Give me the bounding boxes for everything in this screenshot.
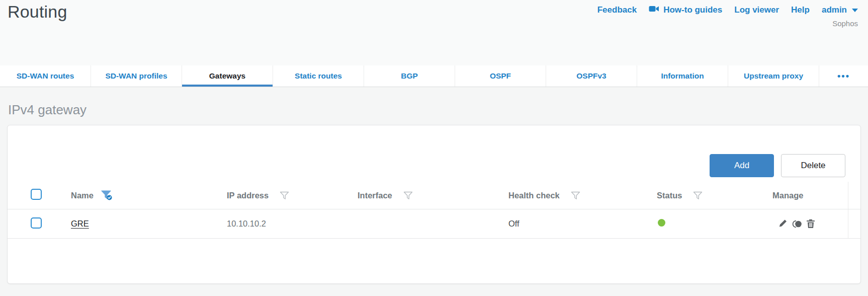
routing-tabbar: SD-WAN routes SD-WAN profiles Gateways S… — [0, 65, 868, 87]
admin-label: admin — [822, 5, 847, 15]
column-header-manage: Manage — [772, 191, 803, 200]
delete-button[interactable]: Delete — [781, 154, 845, 177]
column-header-ip-address: IP address — [227, 191, 269, 200]
table-gutter — [848, 209, 860, 238]
help-link[interactable]: Help — [791, 5, 810, 15]
row-checkbox[interactable] — [31, 217, 42, 229]
tab-static-routes[interactable]: Static routes — [273, 65, 364, 87]
table-gutter — [848, 182, 860, 209]
help-label: Help — [791, 5, 810, 15]
log-viewer-link[interactable]: Log viewer — [734, 5, 779, 15]
filter-active-icon[interactable] — [101, 190, 114, 201]
gateway-health-check: Off — [503, 219, 652, 229]
add-button[interactable]: Add — [710, 154, 774, 177]
column-header-name: Name — [71, 191, 94, 200]
admin-menu[interactable]: admin — [822, 5, 858, 15]
column-header-interface: Interface — [358, 191, 392, 200]
log-viewer-label: Log viewer — [734, 5, 779, 15]
caret-down-icon — [852, 9, 858, 12]
delete-icon[interactable] — [806, 219, 815, 229]
column-header-health-check: Health check — [508, 191, 560, 200]
page-header: Routing Feedback How-to guides Log viewe… — [0, 0, 868, 65]
filter-icon-interface[interactable] — [403, 191, 413, 200]
manage-actions — [767, 219, 848, 229]
clone-icon[interactable] — [792, 219, 802, 229]
brand-label: Sophos — [597, 19, 858, 28]
video-camera-icon — [649, 5, 659, 16]
gateway-ip-address: 10.10.10.2 — [222, 219, 353, 229]
howto-guides-link[interactable]: How-to guides — [649, 5, 722, 16]
tab-gateways[interactable]: Gateways — [182, 65, 273, 87]
select-all-checkbox[interactable] — [31, 189, 42, 200]
filter-icon-health-check[interactable] — [571, 191, 580, 200]
filter-icon-ip[interactable] — [280, 191, 289, 200]
table-toolbar: Add Delete — [8, 125, 860, 182]
gateway-name-link[interactable]: GRE — [71, 219, 89, 228]
feedback-label: Feedback — [597, 5, 637, 15]
tab-information[interactable]: Information — [637, 65, 728, 87]
top-utility-nav: Feedback How-to guides Log viewer Help a… — [597, 5, 858, 28]
table-header-row: Name IP address Interface — [8, 182, 860, 209]
content-area: IPv4 gateway Add Delete Name — [0, 87, 868, 296]
ipv4-gateway-panel: Add Delete Name IP address — [7, 125, 861, 284]
section-heading: IPv4 gateway — [0, 87, 868, 118]
page-title: Routing — [8, 2, 67, 22]
tab-ospf[interactable]: OSPF — [455, 65, 546, 87]
column-header-status: Status — [657, 191, 682, 200]
feedback-link[interactable]: Feedback — [597, 5, 637, 15]
filter-icon-status[interactable] — [693, 191, 703, 200]
table-row: GRE 10.10.10.2 Off — [8, 209, 860, 239]
edit-icon[interactable] — [778, 219, 788, 229]
tab-sdwan-profiles[interactable]: SD-WAN profiles — [91, 65, 182, 87]
tab-sdwan-routes[interactable]: SD-WAN routes — [0, 65, 91, 87]
tab-overflow-ellipsis[interactable]: ••• — [819, 65, 868, 87]
tab-ospfv3[interactable]: OSPFv3 — [546, 65, 637, 87]
tab-bgp[interactable]: BGP — [364, 65, 455, 87]
status-dot — [658, 219, 665, 227]
howto-guides-label: How-to guides — [663, 5, 722, 15]
tab-upstream-proxy[interactable]: Upstream proxy — [728, 65, 819, 87]
